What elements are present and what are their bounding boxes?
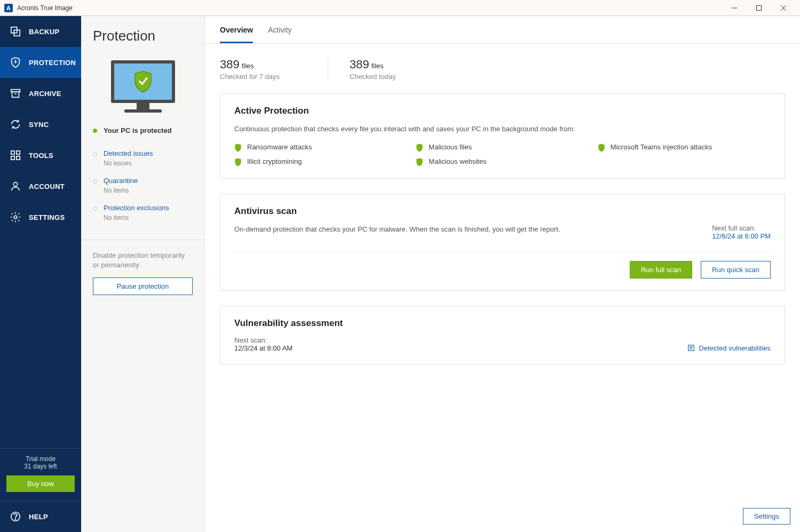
threat-item: Microsoft Teams injection attacks [598,143,771,152]
detected-issues-label: Detected issues [104,149,153,157]
threat-label: Ransomware attacks [247,143,312,151]
tab-activity[interactable]: Activity [268,26,291,43]
stat-unit: files [371,62,384,70]
protection-panel: Protection Your PC is protected Detected… [81,16,205,532]
titlebar: A Acronis True Image [0,0,800,16]
vulnerability-card: Vulnerability assessment Next scan: 12/3… [220,306,785,364]
quarantine-sub: No items [104,187,138,194]
stat-number: 389 [350,58,369,71]
threat-item: Malicious files [416,143,589,152]
sidebar-label: ACCOUNT [29,182,65,190]
minimize-button[interactable] [722,0,747,16]
sidebar-item-account[interactable]: ACCOUNT [0,171,81,202]
shield-icon [234,144,242,152]
detected-issues-link[interactable]: Detected issues No issues [93,149,193,167]
status-dot-icon [93,129,97,133]
sidebar-item-backup[interactable]: BACKUP [0,16,81,47]
maximize-button[interactable] [747,0,771,16]
bullet-icon [93,179,97,184]
help-icon [10,511,21,522]
stat-checked-7days: 389files Checked for 7 days [220,58,328,81]
stat-sub: Checked today [350,73,396,81]
detected-issues-sub: No issues [104,160,153,167]
sidebar-item-archive[interactable]: ARCHIVE [0,78,81,109]
sidebar-item-sync[interactable]: SYNC [0,109,81,140]
sidebar-label: SETTINGS [29,213,65,221]
threat-label: Malicious websites [429,157,486,165]
gear-icon [10,211,21,223]
app-icon: A [4,4,13,12]
settings-button[interactable]: Settings [743,508,790,525]
stats-row: 389files Checked for 7 days 389files Che… [205,44,800,86]
backup-icon [10,26,21,37]
sidebar-item-tools[interactable]: TOOLS [0,140,81,171]
quarantine-link[interactable]: Quarantine No items [93,177,193,194]
sidebar-label: BACKUP [29,28,59,36]
vuln-link-label: Detected vulnerabilities [699,344,771,352]
stat-number: 389 [220,58,240,71]
threat-label: Illicit cryptomining [247,157,302,165]
threat-item: Malicious websites [416,157,589,166]
vuln-next-value: 12/3/24 at 8:00 AM [234,344,292,352]
main-content: Overview Activity 389files Checked for 7… [205,16,800,532]
exclusions-label: Protection exclusions [104,204,169,212]
trial-footer: Trial mode 31 days left Buy now [0,448,81,501]
threat-label: Malicious files [429,143,472,151]
exclusions-sub: No items [104,214,169,221]
shield-icon [598,144,605,152]
tabs: Overview Activity [205,16,800,44]
shield-icon [10,57,21,68]
pause-protection-button[interactable]: Pause protection [93,277,193,295]
svg-rect-12 [17,156,20,160]
buy-now-button[interactable]: Buy now [6,475,75,492]
sidebar-label: SYNC [29,121,49,129]
shield-icon [416,144,423,152]
svg-rect-7 [12,92,19,97]
sidebar-item-settings[interactable]: SETTINGS [0,202,81,233]
trial-mode-label: Trial mode [6,455,75,463]
run-quick-scan-button[interactable]: Run quick scan [701,261,771,279]
close-button[interactable] [771,0,796,16]
protection-status: Your PC is protected [81,122,204,144]
disable-text: Disable protection temporarily or perman… [81,240,204,277]
card-title: Antivirus scan [234,206,771,217]
svg-rect-1 [757,5,762,10]
stat-unit: files [242,62,254,70]
svg-point-16 [15,519,15,519]
quarantine-label: Quarantine [104,177,138,185]
sync-icon [10,118,21,130]
sidebar-item-help[interactable]: HELP [0,501,81,532]
card-title: Vulnerability assessment [234,318,771,329]
trial-days-label: 31 days left [6,463,75,470]
shield-icon [416,158,423,166]
stat-checked-today: 389files Checked today [328,58,444,81]
sidebar: BACKUP PROTECTION ARCHIVE SYNC TOOLS ACC… [0,16,81,532]
svg-rect-10 [17,151,20,154]
run-full-scan-button[interactable]: Run full scan [630,261,692,279]
exclusions-link[interactable]: Protection exclusions No items [93,204,193,221]
next-scan-value[interactable]: 12/6/24 at 6:00 PM [712,232,771,240]
svg-rect-9 [11,151,14,154]
stat-sub: Checked for 7 days [220,73,280,81]
threat-label: Microsoft Teams injection attacks [611,143,712,151]
status-text: Your PC is protected [104,126,172,134]
svg-rect-11 [11,156,14,160]
card-description: Continuous protection that checks every … [234,124,771,134]
sidebar-label: HELP [29,513,48,521]
shield-check-icon [133,70,153,93]
detected-vulnerabilities-link[interactable]: Detected vulnerabilities [687,344,771,352]
svg-point-14 [14,216,17,219]
antivirus-scan-card: Antivirus scan On-demand protection that… [220,194,785,291]
sidebar-item-protection[interactable]: PROTECTION [0,47,81,78]
window-title: Acronis True Image [17,4,73,12]
sidebar-label: PROTECTION [29,59,76,67]
user-icon [10,180,21,192]
list-icon [687,344,695,352]
protection-illustration [81,49,204,122]
card-title: Active Protection [234,106,771,116]
archive-icon [10,88,21,99]
grid-icon [10,149,21,161]
tab-overview[interactable]: Overview [220,26,253,43]
page-title: Protection [93,28,193,44]
threat-item: Ransomware attacks [234,143,407,152]
